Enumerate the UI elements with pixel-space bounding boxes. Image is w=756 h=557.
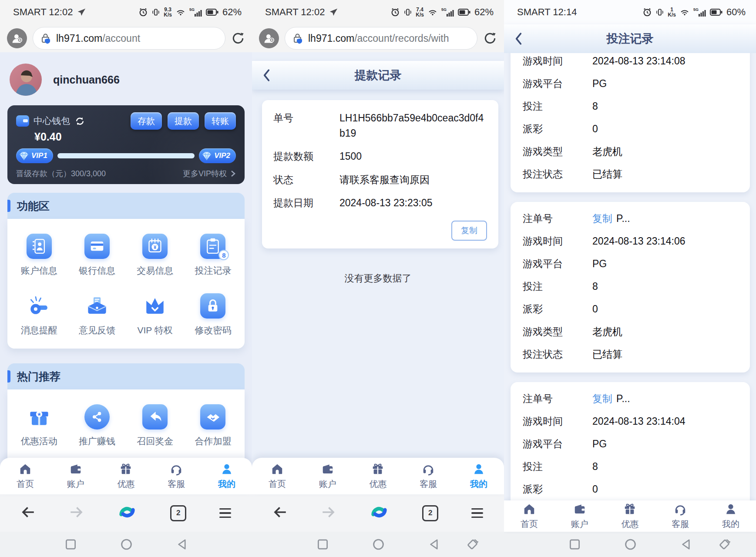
android-recents-button[interactable] (65, 539, 77, 550)
nav-support[interactable]: 客服 (655, 500, 706, 532)
record-row: 投注8 (523, 95, 738, 117)
nav-account[interactable]: 账户 (554, 500, 605, 532)
back-chevron[interactable] (261, 69, 272, 82)
gift-nav-icon (623, 503, 637, 516)
site-bottom-nav: 首页 账户 优惠 客服 我的 (0, 458, 252, 494)
nav-support[interactable]: 客服 (403, 458, 454, 494)
android-back-button[interactable] (428, 539, 440, 550)
menu-feedback[interactable]: 意见反馈 (68, 293, 126, 336)
diamond-icon (201, 150, 212, 161)
phone-panel-bet-records: SMART 12:14 1K/s 5G 60% 投注记录 游戏时间2024-08… (504, 0, 756, 557)
url-input[interactable]: lh971.com/account/records/with (285, 27, 477, 50)
carrier-time-text: SMART 12:02 (13, 7, 73, 18)
nav-promos[interactable]: 优惠 (605, 500, 655, 532)
nav-home[interactable]: 首页 (252, 458, 302, 494)
android-rotate-button[interactable] (718, 538, 731, 551)
nav-home[interactable]: 首页 (0, 458, 50, 494)
url-input[interactable]: lh971.com/account (33, 27, 225, 50)
back-chevron[interactable] (513, 32, 524, 45)
android-home-button[interactable] (372, 538, 385, 551)
nav-mine[interactable]: 我的 (706, 500, 756, 532)
battery-percent: 62% (222, 7, 242, 18)
copy-button[interactable]: 复制 (451, 221, 487, 241)
forward-button[interactable] (321, 505, 336, 521)
android-recents-button[interactable] (569, 539, 581, 550)
nav-promos[interactable]: 优惠 (101, 458, 151, 494)
reload-button[interactable] (483, 31, 497, 45)
upgrade-progress-text: 晋级存款（元）300/3,000 (16, 168, 106, 179)
copy-order-link[interactable]: 复制 (592, 393, 612, 404)
nav-support[interactable]: 客服 (151, 458, 202, 494)
menu-referral[interactable]: 推广赚钱 (68, 404, 126, 447)
copy-order-link[interactable]: 复制 (592, 213, 612, 224)
menu-account-info[interactable]: 账户信息 (10, 234, 68, 277)
status-icons: 9.3K/s 5G 62% (138, 7, 242, 18)
site-bottom-nav: 首页 账户 优惠 客服 我的 (252, 458, 504, 494)
carrier-time: SMART 12:02 (13, 7, 86, 18)
android-recents-button[interactable] (317, 539, 329, 550)
record-row: 游戏时间2024-08-13 23:14:06 (523, 230, 738, 252)
phone-panel-account: SMART 12:02 9.3K/s 5G 62% lh971.com/acco… (0, 0, 252, 557)
android-home-button[interactable] (624, 538, 637, 551)
nav-account[interactable]: 账户 (50, 458, 101, 494)
send-icon (77, 7, 86, 17)
order-row: 注单号 复制P... (523, 207, 738, 230)
avatar-photo (10, 64, 42, 96)
back-button[interactable] (273, 505, 288, 521)
menu-cooperation[interactable]: 合作加盟 (184, 404, 242, 447)
avatar[interactable] (10, 64, 42, 96)
record-label: 单号 (273, 111, 339, 141)
refresh-balance-icon[interactable] (74, 116, 85, 127)
menu-bet-records[interactable]: 8 投注记录 (184, 234, 242, 277)
android-home-button[interactable] (120, 538, 133, 551)
menu-message-alerts[interactable]: 消息提醒 (10, 293, 68, 336)
nav-mine[interactable]: 我的 (454, 458, 504, 494)
vip-progress-row: VIP1 VIP2 (16, 148, 236, 163)
wallet-nav-icon (573, 503, 587, 516)
more-vip-link[interactable]: 更多VIP特权 (183, 168, 236, 179)
withdraw-button[interactable]: 提款 (168, 112, 199, 130)
nav-mine[interactable]: 我的 (202, 458, 252, 494)
nav-account[interactable]: 账户 (302, 458, 353, 494)
record-value: LH1H566bb7a59e4b0ceac3d0f4b19 (339, 111, 487, 141)
hot-title: 热门推荐 (17, 369, 60, 384)
record-row: 游戏平台PG (523, 433, 738, 455)
menu-vip-privilege[interactable]: VIP 特权 (126, 293, 184, 336)
record-row: 投注8 (523, 455, 738, 478)
status-icons: 1K/s 5G 60% (642, 7, 746, 18)
record-label: 提款数额 (273, 149, 339, 164)
menu-button[interactable] (471, 508, 483, 518)
android-rotate-button[interactable] (466, 538, 479, 551)
lock-shield-icon (291, 32, 304, 45)
deposit-button[interactable]: 存款 (131, 112, 162, 130)
svg-text:★: ★ (37, 411, 41, 417)
reload-button[interactable] (231, 31, 245, 45)
copilot-icon[interactable] (369, 502, 390, 524)
tabs-button[interactable]: 2 (170, 505, 186, 521)
record-row: 提款数额 1500 (273, 149, 487, 164)
nav-home[interactable]: 首页 (504, 500, 554, 532)
menu-transaction-info[interactable]: ¥ 交易信息 (126, 234, 184, 277)
browser-profile-button[interactable] (7, 28, 27, 48)
nav-promos[interactable]: 优惠 (353, 458, 403, 494)
menu-recall-bonus[interactable]: 召回奖金 (126, 404, 184, 447)
transfer-button[interactable]: 转账 (205, 112, 236, 130)
wallet-nav-icon (321, 463, 335, 476)
tabs-button[interactable]: 2 (422, 505, 438, 521)
menu-promotions[interactable]: ★ 优惠活动 (10, 404, 68, 447)
menu-change-password[interactable]: 修改密码 (184, 293, 242, 336)
android-back-button[interactable] (680, 539, 692, 550)
carrier-time: SMART 12:02 (265, 7, 338, 18)
username: qinchuan666 (53, 74, 120, 86)
bet-record-badge: 8 (218, 250, 229, 260)
android-back-button[interactable] (176, 539, 188, 550)
profile-row: qinchuan666 (0, 52, 252, 105)
menu-bank-info[interactable]: 银行信息 (68, 234, 126, 277)
browser-profile-button[interactable] (259, 28, 279, 48)
gift-icon: ★ (27, 404, 52, 429)
menu-button[interactable] (219, 508, 231, 518)
copilot-icon[interactable] (117, 502, 138, 524)
forward-button[interactable] (69, 505, 84, 521)
home-icon (270, 463, 284, 476)
back-button[interactable] (21, 505, 36, 521)
